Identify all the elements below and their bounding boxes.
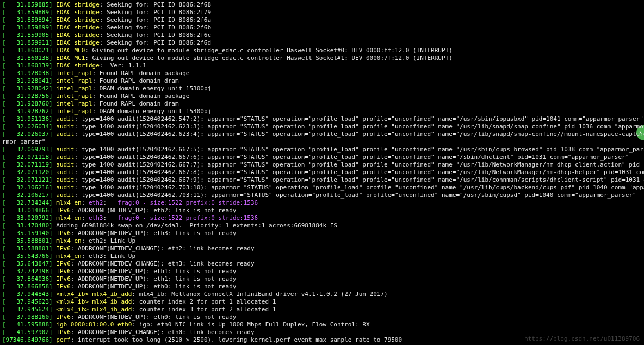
log-line: [ 31.928041] intel_rapl: Found RAPL doma… bbox=[2, 77, 642, 85]
log-line: [ 35.588801] IPv6: ADDRCONF(NETDEV_CHANG… bbox=[2, 245, 642, 252]
log-line: [ 31.928756] intel_rapl: Found RAPL doma… bbox=[2, 93, 642, 100]
terminal-output: [ 31.859885] EDAC sbridge: Seeking for: … bbox=[0, 0, 644, 345]
log-line: [ 35.643847] IPv6: ADDRCONF(NETDEV_CHANG… bbox=[2, 260, 642, 268]
log-line: [ 37.944843] <mlx4_ib> mlx4_ib_add: mlx4… bbox=[2, 291, 642, 298]
log-line: [ 32.071120] audit: type=1400 audit(1520… bbox=[2, 169, 642, 176]
log-line: [ 31.859894] EDAC sbridge: Seeking for: … bbox=[2, 16, 642, 24]
log-line: [ 35.643766] mlx4_en: eth3: Link Up bbox=[2, 252, 642, 260]
log-line: [ 32.071119] audit: type=1400 audit(1520… bbox=[2, 161, 642, 169]
log-line: [ 31.860021] EDAC MC0: Giving out device… bbox=[2, 47, 642, 54]
log-line: [ 37.945623] <mlx4_ib> mlx4_ib_add: coun… bbox=[2, 298, 642, 306]
log-line: [ 32.071121] audit: type=1400 audit(1520… bbox=[2, 176, 642, 184]
log-line: [ 33.470480] Adding 66981884k swap on /d… bbox=[2, 222, 642, 230]
log-line: [ 32.071118] audit: type=1400 audit(1520… bbox=[2, 153, 642, 161]
log-line: [ 37.988160] IPv6: ADDRCONF(NETDEV_UP): … bbox=[2, 313, 642, 321]
log-line: [ 32.069793] audit: type=1400 audit(1520… bbox=[2, 146, 642, 153]
log-line: [ 31.928762] intel_rapl: DRAM domain ene… bbox=[2, 108, 642, 115]
log-line: [ 31.928760] intel_rapl: Found RAPL doma… bbox=[2, 100, 642, 108]
log-line: rmor_parser" bbox=[2, 138, 642, 146]
log-line: [ 31.859899] EDAC sbridge: Seeking for: … bbox=[2, 24, 642, 32]
log-line: [ 31.951136] audit: type=1400 audit(1520… bbox=[2, 115, 642, 123]
log-line: [ 32.026037] audit: type=1400 audit(1520… bbox=[2, 131, 642, 138]
watermark-text: https://blog.csdn.net/u011389706 bbox=[524, 335, 640, 343]
log-line: [ 33.020792] mlx4_en: eth3: frag:0 - siz… bbox=[2, 214, 642, 222]
log-line: [ 37.742198] IPv6: ADDRCONF(NETDEV_UP): … bbox=[2, 268, 642, 275]
log-line: [ 32.026034] audit: type=1400 audit(1520… bbox=[2, 123, 642, 131]
log-line: [ 35.588801] mlx4_en: eth2: Link Up bbox=[2, 237, 642, 245]
log-line: [ 31.859889] EDAC sbridge: Seeking for: … bbox=[2, 9, 642, 16]
log-line: [ 32.106217] audit: type=1400 audit(1520… bbox=[2, 192, 642, 199]
log-line: [ 33.014866] IPv6: ADDRCONF(NETDEV_UP): … bbox=[2, 207, 642, 214]
log-line: [ 32.106216] audit: type=1400 audit(1520… bbox=[2, 184, 642, 192]
log-line: [ 37.864036] IPv6: ADDRCONF(NETDEV_UP): … bbox=[2, 275, 642, 283]
log-line: [ 31.859911] EDAC sbridge: Seeking for: … bbox=[2, 39, 642, 47]
log-line: [ 37.866858] IPv6: ADDRCONF(NETDEV_UP): … bbox=[2, 283, 642, 291]
log-line: [ 31.859905] EDAC sbridge: Seeking for: … bbox=[2, 32, 642, 39]
log-line: [ 31.928042] intel_rapl: DRAM domain ene… bbox=[2, 85, 642, 93]
log-line: [ 31.860138] EDAC MC1: Giving out device… bbox=[2, 54, 642, 62]
log-line: [ 31.860139] EDAC sbridge: Ver: 1.1.1 bbox=[2, 62, 642, 70]
log-line: [ 31.859885] EDAC sbridge: Seeking for: … bbox=[2, 1, 642, 9]
log-line: [ 41.595888] igb 0000:81:00.0 eth0: igb:… bbox=[2, 321, 642, 329]
log-line: [ 37.945624] <mlx4_ib> mlx4_ib_add: coun… bbox=[2, 306, 642, 313]
log-line: [ 32.734344] mlx4_en: eth2: frag:0 - siz… bbox=[2, 199, 642, 207]
log-line: [ 31.928038] intel_rapl: Found RAPL doma… bbox=[2, 70, 642, 77]
log-line: [ 35.159140] IPv6: ADDRCONF(NETDEV_UP): … bbox=[2, 230, 642, 237]
